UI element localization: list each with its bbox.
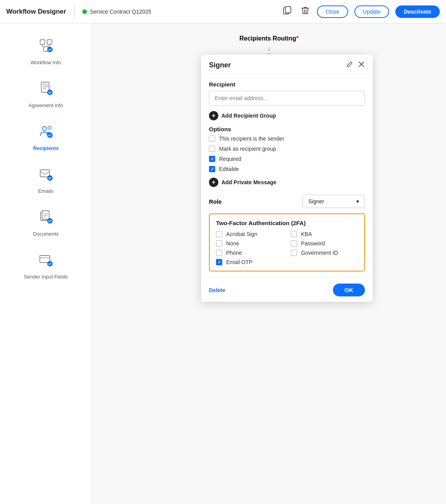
status-dot: [82, 9, 87, 14]
main-layout: Workflow Info Agreement Info: [0, 23, 446, 504]
panel-footer: Delete OK: [201, 278, 373, 302]
panel-header-actions: [346, 61, 365, 70]
tfa-government-id-row: Government ID: [291, 250, 358, 256]
sidebar-label-agreement-info: Agreement Info: [28, 102, 63, 108]
tfa-acrobat-sign-checkbox[interactable]: [216, 231, 222, 237]
tfa-kba-row: KBA: [291, 231, 358, 237]
tfa-phone-row: Phone: [216, 250, 283, 256]
tfa-password-row: Password: [291, 240, 358, 247]
down-arrow: ↓: [267, 44, 271, 53]
sidebar-item-workflow-info[interactable]: Workflow Info: [3, 32, 88, 72]
sidebar-label-recipients: Recipients: [33, 145, 59, 151]
tfa-none-row: None: [216, 240, 283, 247]
delete-icon-btn[interactable]: [300, 5, 311, 18]
duplicate-icon-btn[interactable]: [281, 5, 294, 18]
agreement-info-icon: [39, 81, 53, 99]
edit-icon: [346, 61, 353, 68]
add-private-message-label: Add Private Message: [221, 179, 276, 185]
deactivate-button[interactable]: Deactivate: [395, 5, 440, 18]
panel-body: Recipient + Add Recipient Group Options …: [201, 75, 373, 278]
delete-button[interactable]: Delete: [209, 287, 225, 293]
sidebar-label-workflow-info: Workflow Info: [30, 60, 61, 65]
trash-icon: [301, 6, 309, 15]
add-msg-icon: +: [209, 178, 218, 187]
add-group-icon: +: [209, 111, 218, 120]
sidebar-label-emails: Emails: [38, 188, 53, 194]
tfa-kba-checkbox[interactable]: [291, 231, 297, 237]
documents-icon: [39, 210, 53, 228]
tfa-phone-checkbox[interactable]: [216, 250, 222, 256]
tfa-government-id-checkbox[interactable]: [291, 250, 297, 256]
svg-rect-1: [285, 7, 291, 13]
app-header: Workflow Designer Service Contract Q1202…: [0, 0, 446, 23]
svg-point-14: [47, 90, 53, 95]
add-recipient-group-button[interactable]: + Add Recipient Group: [209, 109, 276, 124]
add-recipient-group-label: Add Recipient Group: [221, 113, 276, 119]
sidebar-item-documents[interactable]: Documents: [3, 203, 88, 243]
tfa-grid: Acrobat Sign KBA None: [216, 231, 358, 265]
tfa-none-checkbox[interactable]: [216, 240, 222, 247]
option-editable-checkbox[interactable]: [209, 166, 215, 172]
svg-point-28: [47, 261, 53, 266]
option-editable-label: Editable: [219, 166, 239, 172]
options-label: Options: [209, 126, 365, 132]
sender-input-fields-icon: [39, 252, 53, 271]
option-required-row: Required: [209, 156, 365, 162]
role-value: Signer: [308, 198, 324, 204]
option-required-label: Required: [219, 156, 241, 162]
tfa-kba-label: KBA: [301, 231, 312, 237]
role-select[interactable]: Signer ▾: [303, 195, 365, 208]
svg-rect-21: [42, 211, 49, 219]
options-section: Options This recipient is the sender Mar…: [209, 126, 365, 172]
svg-point-9: [47, 47, 53, 52]
sidebar-label-sender-input-fields: Sender Input Fields: [24, 274, 68, 280]
tfa-email-otp-checkbox[interactable]: [216, 259, 222, 265]
panel-header: Signer: [201, 55, 373, 75]
role-row: Role Signer ▾: [209, 195, 365, 208]
svg-point-25: [47, 218, 53, 224]
option-sender-label: This recipient is the sender: [219, 136, 284, 142]
emails-icon: [39, 167, 53, 185]
email-input[interactable]: [209, 91, 365, 106]
sidebar-item-recipients[interactable]: Recipients: [3, 118, 88, 157]
sidebar-item-emails[interactable]: Emails: [3, 160, 88, 200]
svg-rect-2: [40, 40, 45, 44]
tfa-government-id-label: Government ID: [301, 250, 338, 256]
option-sender-checkbox[interactable]: [209, 136, 215, 142]
option-mark-group-checkbox[interactable]: [209, 146, 215, 152]
panel-close-btn[interactable]: [358, 61, 365, 70]
close-button[interactable]: Close: [317, 5, 348, 18]
option-mark-group-label: Mark as recipient group: [219, 146, 276, 152]
recipients-icon: [39, 124, 53, 142]
panel-edit-btn[interactable]: [346, 61, 353, 70]
add-private-message-button[interactable]: + Add Private Message: [209, 176, 276, 191]
svg-rect-18: [40, 170, 50, 177]
sidebar: Workflow Info Agreement Info: [0, 23, 92, 504]
routing-title: Recipients Routing*: [239, 35, 299, 42]
header-icon-group: Close Update Deactivate: [281, 5, 440, 18]
tfa-password-checkbox[interactable]: [291, 240, 297, 247]
canvas-inner: Recipients Routing* ↓ + +: [92, 23, 446, 171]
svg-point-19: [47, 175, 53, 181]
sidebar-item-sender-input-fields[interactable]: Sender Input Fields: [3, 246, 88, 286]
option-required-checkbox[interactable]: [209, 156, 215, 162]
header-divider: [74, 5, 74, 19]
close-icon: [358, 61, 365, 68]
tfa-none-label: None: [226, 240, 239, 247]
ok-button[interactable]: OK: [333, 284, 365, 296]
tfa-section: Two-Factor Authentication (2FA) Acrobat …: [209, 213, 365, 271]
recipient-label: Recipient: [209, 81, 365, 88]
update-button[interactable]: Update: [354, 5, 389, 18]
sidebar-item-agreement-info[interactable]: Agreement Info: [3, 75, 88, 115]
tfa-phone-label: Phone: [226, 250, 242, 256]
chevron-down-icon: ▾: [356, 198, 359, 204]
svg-rect-3: [47, 40, 52, 44]
role-label: Role: [209, 198, 222, 205]
option-sender-row: This recipient is the sender: [209, 136, 365, 142]
duplicate-icon: [283, 6, 292, 15]
tfa-email-otp-label: Email OTP: [226, 259, 253, 265]
tfa-email-otp-row: Email OTP: [216, 259, 283, 265]
svg-point-17: [47, 132, 53, 138]
workflow-info-icon: [39, 38, 53, 56]
svg-point-16: [48, 126, 51, 129]
